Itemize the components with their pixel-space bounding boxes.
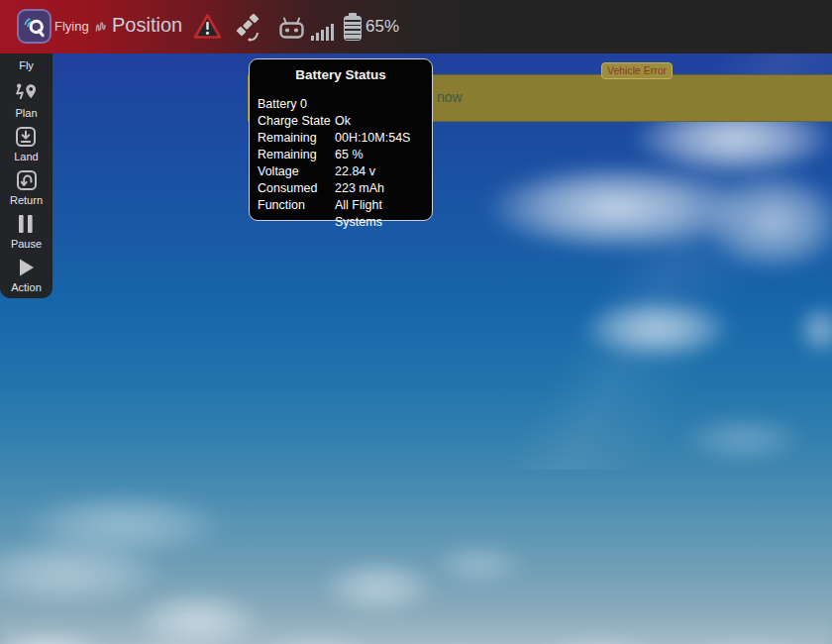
cloud [580,297,734,361]
popup-row: Voltage 22.84 v [258,163,424,180]
sidebar-item-label: Return [10,194,43,206]
row-value: 00H:10M:54S [335,130,424,147]
sidebar-item-land[interactable]: Land [14,124,38,162]
row-label: Charge State [258,113,335,130]
battery-name-row: Battery 0 [258,96,424,113]
sidebar-item-label: Plan [15,107,37,119]
row-label: Remaining [258,130,335,147]
battery-status-popup: Battery Status Battery 0 Charge State Ok… [249,58,433,221]
battery-icon[interactable] [344,13,362,42]
popup-row: Function All Flight Systems [258,197,424,231]
sidebar-item-action[interactable]: Action [11,255,42,293]
battery-name: Battery 0 [258,96,335,113]
flight-mode-icon [95,20,109,33]
popup-row: Consumed 223 mAh [258,180,424,197]
cloud [432,543,526,585]
gps-status-icon[interactable] [233,12,263,43]
row-value: 22.84 v [335,163,424,180]
popup-row: Remaining 65 % [258,147,424,163]
flight-state-label[interactable]: Flying [54,19,89,34]
sidebar-item-plan[interactable]: Plan [14,80,39,119]
popup-row: Remaining 00H:10M:54S [258,130,424,147]
warning-icon[interactable] [193,13,222,40]
row-value: Ok [335,113,424,130]
cloud [681,414,805,464]
banner-message: now [437,89,463,105]
battery-percent-label[interactable]: 65% [365,17,399,37]
waypoints-icon [14,80,39,106]
row-label: Consumed [258,180,335,197]
row-value: 65 % [335,147,424,163]
cloud-bank [0,608,832,644]
qgroundcontrol-window: now Vehicle Error Flying Position [0,0,832,644]
play-icon [15,255,37,280]
popup-title: Battery Status [258,67,424,82]
row-label: Function [258,197,335,231]
row-value: All Flight Systems [335,197,424,231]
sidebar-item-pause[interactable]: Pause [11,211,42,250]
sidebar-item-label: Pause [11,238,42,250]
flight-mode-selector[interactable]: Position [112,14,182,37]
row-value: 223 mAh [335,180,424,197]
qgc-logo[interactable] [17,9,52,44]
main-toolbar: Flying Position [0,0,832,54]
row-label: Voltage [258,163,335,180]
qgc-logo-icon [22,14,48,40]
return-icon [15,167,39,193]
row-label: Remaining [258,147,335,163]
sidebar-item-label: Land [14,151,38,162]
sidebar-item-label: Action [11,281,42,293]
vehicle-error-badge[interactable]: Vehicle Error [601,62,673,79]
signal-strength-icon [311,24,334,41]
sidebar-item-return[interactable]: Return [10,167,43,206]
pause-icon [16,211,36,237]
rc-signal-icon[interactable] [277,17,306,40]
fly-tool-strip: Fly Plan Land [0,54,52,298]
fly-strip-title: Fly [19,59,34,71]
land-icon [14,124,38,150]
popup-row: Charge State Ok [258,113,424,130]
